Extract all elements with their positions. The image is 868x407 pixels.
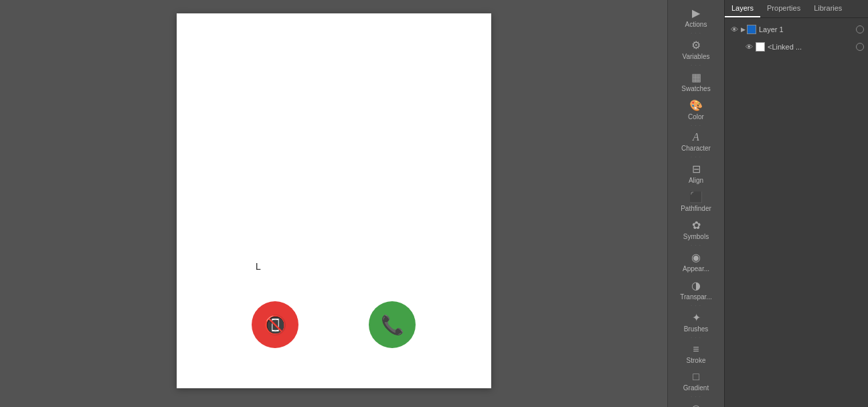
panel-item-symbols[interactable]: ✿ Symbols — [668, 215, 724, 243]
symbols-icon: ✿ — [692, 219, 701, 232]
layer-visibility-layer1[interactable]: 👁 — [729, 24, 740, 35]
panel-item-color[interactable]: 🎨 Color — [668, 95, 724, 123]
appearance-label: Appear... — [683, 265, 709, 272]
gradient-label: Gradient — [683, 384, 709, 392]
layer-name-layer1: Layer 1 — [759, 25, 853, 33]
layer-visibility-linked[interactable]: 👁 — [744, 42, 754, 52]
actions-icon: ▶ — [692, 7, 700, 19]
swatches-label: Swatches — [681, 85, 710, 92]
tab-properties[interactable]: Properties — [760, 0, 807, 17]
eye-icon-linked: 👁 — [746, 43, 753, 51]
gradient-icon: □ — [693, 371, 699, 383]
layer-target-layer1[interactable] — [856, 25, 864, 33]
cursor-indicator: L — [256, 261, 261, 272]
variables-label: Variables — [683, 53, 710, 60]
eye-icon-layer1: 👁 — [731, 25, 738, 33]
character-label: Character — [681, 145, 711, 152]
layer-target-linked[interactable] — [856, 43, 864, 51]
panel-item-imagetrace[interactable]: ◎ Image Tr... — [668, 398, 724, 407]
tool-panels-list: ▶ Actions · · · ⚙ Variables · · · ▦ Swat… — [667, 0, 724, 407]
tab-libraries[interactable]: Libraries — [807, 0, 849, 17]
layer-row-layer1[interactable]: 👁 ▶ Layer 1 — [725, 21, 868, 38]
panel-item-stroke[interactable]: ≡ Stroke — [668, 339, 724, 367]
panel-item-align[interactable]: ⊟ Align — [668, 159, 724, 187]
panel-item-variables[interactable]: ⚙ Variables — [668, 35, 724, 63]
layer-color-linked — [756, 42, 765, 52]
align-icon: ⊟ — [692, 163, 701, 175]
brushes-icon: ✦ — [692, 311, 701, 324]
decline-icon: 📵 — [264, 314, 287, 336]
panel-item-swatches[interactable]: ▦ Swatches — [668, 67, 724, 95]
transparency-label: Transpar... — [680, 293, 711, 301]
tab-layers[interactable]: Layers — [725, 0, 760, 17]
layers-panel: Layers Properties Libraries 👁 ▶ Layer 1 … — [724, 0, 868, 407]
panel-item-actions[interactable]: ▶ Actions — [668, 3, 724, 31]
imagetrace-icon: ◎ — [691, 402, 701, 407]
artboard: L 📵 📞 — [177, 13, 491, 388]
brushes-label: Brushes — [684, 325, 709, 333]
pathfinder-icon: ⬛ — [689, 191, 703, 204]
panel-item-appearance[interactable]: ◉ Appear... — [668, 247, 724, 275]
align-label: Align — [689, 177, 703, 184]
layer-name-linked: <Linked ... — [768, 43, 853, 51]
stroke-icon: ≡ — [693, 343, 699, 355]
color-label: Color — [688, 113, 704, 120]
panel-item-transparency[interactable]: ◑ Transpar... — [668, 275, 724, 303]
swatches-icon: ▦ — [691, 71, 701, 84]
layer-expand-layer1[interactable]: ▶ — [741, 26, 746, 33]
variables-icon: ⚙ — [691, 39, 701, 52]
character-icon: A — [693, 131, 699, 143]
accept-call-button[interactable]: 📞 — [369, 301, 416, 348]
pathfinder-label: Pathfinder — [681, 205, 711, 212]
actions-label: Actions — [685, 21, 707, 28]
color-icon: 🎨 — [689, 99, 703, 112]
panel-item-brushes[interactable]: ✦ Brushes — [668, 307, 724, 335]
symbols-label: Symbols — [683, 233, 709, 240]
panel-item-character[interactable]: A Character — [668, 127, 724, 155]
layers-panel-tabs: Layers Properties Libraries — [725, 0, 868, 18]
layer-row-linked[interactable]: 👁 <Linked ... — [725, 38, 868, 56]
transparency-icon: ◑ — [691, 279, 701, 292]
appearance-icon: ◉ — [691, 251, 701, 264]
layer-color-layer1 — [747, 25, 756, 34]
accept-icon: 📞 — [381, 314, 404, 336]
layers-content: 👁 ▶ Layer 1 👁 <Linked ... — [725, 18, 868, 407]
panel-item-pathfinder[interactable]: ⬛ Pathfinder — [668, 187, 724, 215]
canvas-area: L 📵 📞 — [0, 0, 667, 407]
phone-buttons-container: 📵 📞 — [177, 301, 491, 348]
decline-call-button[interactable]: 📵 — [252, 301, 298, 348]
stroke-label: Stroke — [687, 357, 706, 364]
panel-item-gradient[interactable]: □ Gradient — [668, 367, 724, 394]
